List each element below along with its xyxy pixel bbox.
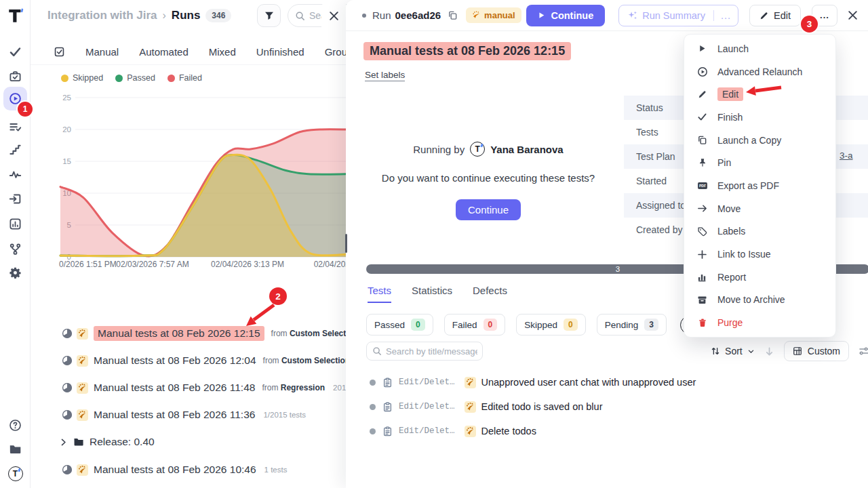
test-row[interactable]: Edit/Delet…Edited todo is saved on blur xyxy=(366,394,868,419)
detail-tab-defects[interactable]: Defects xyxy=(473,285,507,303)
test-row[interactable]: Edit/Delet…Delete todos xyxy=(366,419,868,443)
breadcrumb-project[interactable]: Integration with Jira xyxy=(47,9,157,22)
test-plan-link[interactable]: 3-a xyxy=(840,150,853,161)
menu-item-launch[interactable]: Launch xyxy=(684,37,835,60)
detail-label: Created by xyxy=(636,224,682,235)
menu-item-report[interactable]: Report xyxy=(684,266,835,289)
run-id: 0ee6ad26 xyxy=(395,9,441,21)
run-source: from Custom Selection xyxy=(263,356,351,365)
manual-run-icon xyxy=(77,464,88,476)
sidebar-item-milestones[interactable] xyxy=(3,138,27,161)
status-filter-chips: Passed0Failed0Skipped0Pending3T xyxy=(366,314,698,336)
sidebar-item-account[interactable]: T xyxy=(3,462,27,485)
sidebar-item-plans[interactable] xyxy=(3,64,27,88)
sidebar-item-pulse[interactable] xyxy=(3,163,27,186)
menu-item-purge[interactable]: Purge xyxy=(684,311,835,334)
test-suite: Edit/Delet… xyxy=(399,378,455,387)
search-icon xyxy=(372,346,382,356)
select-all-icon[interactable] xyxy=(54,46,65,58)
tests-toolbar: Sort Custom xyxy=(366,341,868,361)
manual-run-icon xyxy=(77,409,88,421)
tab-unfinished[interactable]: Unfinished xyxy=(256,46,304,58)
filter-chip-skipped[interactable]: Skipped0 xyxy=(516,314,585,336)
legend-item-skipped[interactable]: Skipped xyxy=(61,73,103,83)
run-summary-button[interactable]: Run Summary ... xyxy=(618,5,738,26)
manual-spark-icon xyxy=(472,11,481,20)
svg-text:02/03/2026 7:57 AM: 02/03/2026 7:57 AM xyxy=(116,260,189,269)
copy-run-id-button[interactable] xyxy=(448,10,458,20)
menu-item-finish[interactable]: Finish xyxy=(684,106,835,129)
slideout-close-button[interactable] xyxy=(328,10,340,22)
menu-item-move-to-archive[interactable]: Move to Archive xyxy=(684,289,835,312)
sidebar-item-reports[interactable] xyxy=(3,212,27,236)
app-logo[interactable] xyxy=(5,5,26,26)
filter-chip-passed[interactable]: Passed0 xyxy=(366,314,433,336)
folder-icon xyxy=(73,436,84,447)
tests-search-input[interactable] xyxy=(386,346,477,357)
sort-direction-icon[interactable] xyxy=(764,346,774,357)
close-icon xyxy=(847,9,859,21)
legend-dot xyxy=(61,75,68,82)
continue-run-button[interactable]: Continue xyxy=(456,199,521,220)
tab-manual[interactable]: Manual xyxy=(85,46,119,58)
run-list-item[interactable]: Manual tests at 08 Feb 2026 11:48from Re… xyxy=(31,378,369,398)
filter-button[interactable] xyxy=(257,4,281,27)
tab-automated[interactable]: Automated xyxy=(139,46,189,58)
test-suite: Edit/Delet… xyxy=(399,402,455,411)
test-row[interactable]: Edit/Delet…Unapproved user cant chat wit… xyxy=(366,370,868,394)
manual-badge: manual xyxy=(466,7,521,23)
run-group-row[interactable]: Release: 0.40 xyxy=(31,432,155,452)
chip-count: 0 xyxy=(564,319,578,331)
sidebar-item-results[interactable] xyxy=(3,115,27,139)
menu-item-labels[interactable]: Labels xyxy=(684,220,835,243)
run-title: Manual tests at 08 Feb 2026 12:15 xyxy=(363,42,571,60)
box-arrow-in-icon xyxy=(9,192,22,205)
menu-item-link-to-issue[interactable]: Link to Issue xyxy=(684,243,835,266)
sidebar-item-tests[interactable] xyxy=(3,40,27,64)
run-summary-more[interactable]: ... xyxy=(713,10,738,21)
tab-mixed[interactable]: Mixed xyxy=(209,46,236,58)
filter-chip-pending[interactable]: Pending3 xyxy=(597,314,667,336)
sidebar-item-projects[interactable] xyxy=(3,437,27,461)
list-check-icon xyxy=(9,121,22,134)
menu-item-edit[interactable]: Edit xyxy=(684,83,835,106)
run-list-item[interactable]: Manual tests at 08 Feb 2026 10:461 tests xyxy=(31,460,287,480)
legend-dot xyxy=(115,75,123,82)
custom-view-button[interactable]: Custom xyxy=(784,341,849,361)
status-dot xyxy=(362,14,366,18)
legend-item-failed[interactable]: Failed xyxy=(167,73,202,83)
menu-item-pin[interactable]: Pin xyxy=(684,151,835,174)
legend-item-passed[interactable]: Passed xyxy=(115,73,155,83)
sidebar-item-settings[interactable] xyxy=(3,261,27,285)
run-title: Manual tests at 08 Feb 2026 11:36 xyxy=(94,409,255,421)
continue-question: Do you want to continue executing these … xyxy=(346,172,631,184)
sort-button[interactable]: Sort xyxy=(711,346,755,357)
menu-item-advanced-relaunch[interactable]: Advanced Relaunch xyxy=(684,60,835,83)
edit-button[interactable]: Edit xyxy=(749,5,801,26)
folder-icon xyxy=(9,443,22,455)
detail-tab-statistics[interactable]: Statistics xyxy=(412,285,452,303)
continue-button[interactable]: Continue xyxy=(526,5,605,26)
manual-test-icon xyxy=(465,377,476,388)
annotation-circle-2: 2 xyxy=(269,287,287,305)
runner-name: Yana Baranova xyxy=(490,144,564,155)
run-list-item[interactable]: Manual tests at 08 Feb 2026 12:04from Cu… xyxy=(31,350,350,371)
run-list-item[interactable]: Manual tests at 08 Feb 2026 11:361/2015 … xyxy=(31,405,306,425)
set-labels-link[interactable]: Set labels xyxy=(365,70,405,81)
chevron-right-icon[interactable] xyxy=(59,438,68,447)
check-icon xyxy=(9,45,22,58)
sidebar-item-help[interactable] xyxy=(3,413,27,437)
menu-item-export-as-pdf[interactable]: PDFExport as PDF xyxy=(684,174,835,197)
panel-close-button[interactable] xyxy=(847,9,859,21)
sidebar-item-branches[interactable] xyxy=(3,237,27,261)
run-list-item[interactable]: Manual tests at 08 Feb 2026 12:15from Cu… xyxy=(31,323,371,344)
scrollbar-thumb[interactable] xyxy=(345,234,347,253)
sidebar-item-import[interactable] xyxy=(3,187,27,211)
columns-settings-icon[interactable] xyxy=(859,346,868,357)
menu-item-move[interactable]: Move xyxy=(684,197,835,220)
detail-tab-tests[interactable]: Tests xyxy=(368,285,391,303)
menu-item-launch-a-copy[interactable]: Launch a Copy xyxy=(684,129,835,152)
manual-run-icon xyxy=(77,382,88,394)
svg-text:02/04/2026 3:17: 02/04/2026 3:17 xyxy=(314,260,346,269)
filter-chip-failed[interactable]: Failed0 xyxy=(444,314,505,336)
